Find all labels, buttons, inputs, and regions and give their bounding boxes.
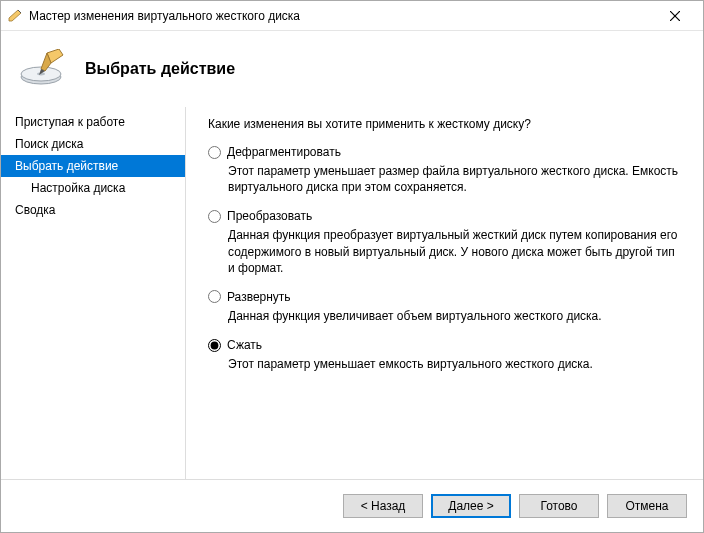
option-description: Этот параметр уменьшает размер файла вир… bbox=[228, 163, 681, 195]
option-expand: РазвернутьДанная функция увеличивает объ… bbox=[208, 290, 681, 324]
close-button[interactable] bbox=[655, 3, 695, 29]
finish-button[interactable]: Готово bbox=[519, 494, 599, 518]
page-title: Выбрать действие bbox=[85, 60, 235, 78]
option-description: Данная функция преобразует виртуальный ж… bbox=[228, 227, 681, 276]
option-description: Данная функция увеличивает объем виртуал… bbox=[228, 308, 681, 324]
app-icon bbox=[7, 8, 23, 24]
next-button[interactable]: Далее > bbox=[431, 494, 511, 518]
sidebar-step[interactable]: Сводка bbox=[1, 199, 185, 221]
window-title: Мастер изменения виртуального жесткого д… bbox=[29, 9, 655, 23]
option-row-convert[interactable]: Преобразовать bbox=[208, 209, 681, 223]
wizard-header: Выбрать действие bbox=[1, 31, 703, 107]
titlebar: Мастер изменения виртуального жесткого д… bbox=[1, 1, 703, 31]
close-icon bbox=[670, 11, 680, 21]
option-label: Преобразовать bbox=[227, 209, 312, 223]
disk-edit-icon bbox=[19, 49, 67, 89]
radio-expand[interactable] bbox=[208, 290, 221, 303]
option-row-shrink[interactable]: Сжать bbox=[208, 338, 681, 352]
wizard-content: Какие изменения вы хотите применить к же… bbox=[186, 107, 703, 479]
option-description: Этот параметр уменьшает емкость виртуаль… bbox=[228, 356, 681, 372]
option-label: Дефрагментировать bbox=[227, 145, 341, 159]
option-shrink: СжатьЭтот параметр уменьшает емкость вир… bbox=[208, 338, 681, 372]
sidebar-step[interactable]: Поиск диска bbox=[1, 133, 185, 155]
back-button[interactable]: < Назад bbox=[343, 494, 423, 518]
wizard-footer: < Назад Далее > Готово Отмена bbox=[1, 479, 703, 532]
option-row-defrag[interactable]: Дефрагментировать bbox=[208, 145, 681, 159]
radio-shrink[interactable] bbox=[208, 339, 221, 352]
option-label: Развернуть bbox=[227, 290, 291, 304]
sidebar-step[interactable]: Настройка диска bbox=[1, 177, 185, 199]
sidebar-step[interactable]: Выбрать действие bbox=[1, 155, 185, 177]
option-convert: ПреобразоватьДанная функция преобразует … bbox=[208, 209, 681, 276]
cancel-button[interactable]: Отмена bbox=[607, 494, 687, 518]
radio-convert[interactable] bbox=[208, 210, 221, 223]
content-question: Какие изменения вы хотите применить к же… bbox=[208, 117, 681, 131]
radio-defrag[interactable] bbox=[208, 146, 221, 159]
option-row-expand[interactable]: Развернуть bbox=[208, 290, 681, 304]
option-label: Сжать bbox=[227, 338, 262, 352]
wizard-steps-sidebar: Приступая к работеПоиск дискаВыбрать дей… bbox=[1, 107, 186, 479]
sidebar-step[interactable]: Приступая к работе bbox=[1, 111, 185, 133]
wizard-body: Приступая к работеПоиск дискаВыбрать дей… bbox=[1, 107, 703, 479]
option-defrag: ДефрагментироватьЭтот параметр уменьшает… bbox=[208, 145, 681, 195]
